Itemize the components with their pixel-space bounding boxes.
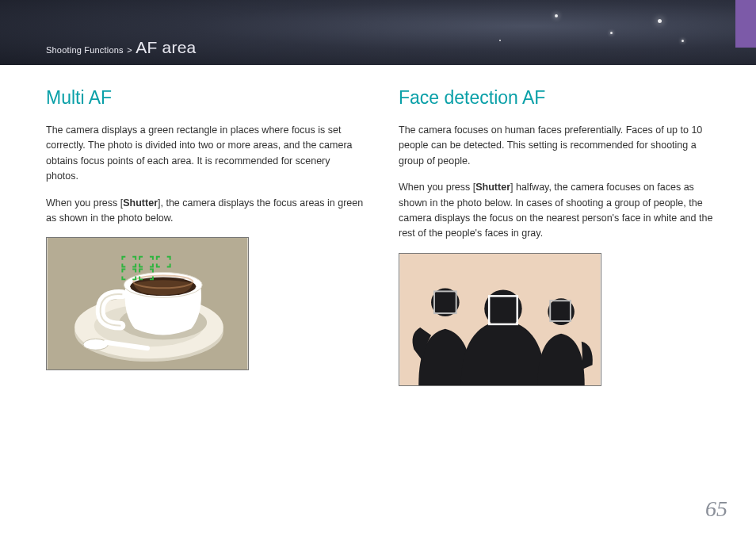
svg-point-11: [431, 288, 460, 316]
breadcrumb-section: Shooting Functions: [46, 45, 124, 55]
face-detection-description: The camera focuses on human faces prefer…: [399, 123, 716, 169]
side-tab: [735, 0, 756, 48]
multi-af-shutter-note: When you press [Shutter], the camera dis…: [46, 196, 364, 227]
left-column: Multi AF The camera displays a green rec…: [46, 87, 364, 386]
content-area: Multi AF The camera displays a green rec…: [0, 65, 756, 386]
multi-af-figure: [46, 237, 249, 370]
face-detection-figure: [399, 253, 601, 386]
right-column: Face detection AF The camera focuses on …: [399, 87, 716, 386]
breadcrumb-title: AF area: [136, 38, 196, 56]
page-header: Shooting Functions > AF area: [0, 0, 756, 65]
face-detection-heading: Face detection AF: [399, 87, 716, 109]
face-detection-shutter-note: When you press [Shutter] halfway, the ca…: [399, 180, 716, 242]
multi-af-heading: Multi AF: [46, 87, 364, 109]
multi-af-description: The camera displays a green rectangle in…: [46, 123, 364, 185]
breadcrumb-separator: >: [127, 45, 132, 55]
breadcrumb: Shooting Functions > AF area: [46, 38, 196, 57]
page-number: 65: [705, 496, 727, 522]
